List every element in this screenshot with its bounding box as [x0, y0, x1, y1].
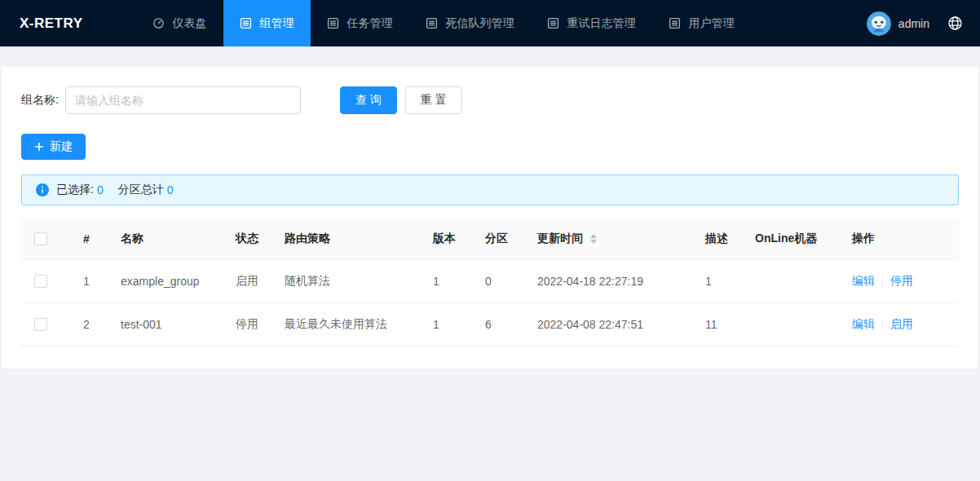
cell-name: example_group: [108, 260, 223, 303]
cell-partition: 6: [472, 303, 524, 346]
brand-logo: X-RETRY: [20, 15, 83, 32]
cell-route: 随机算法: [271, 260, 420, 303]
cell-updated: 2022-04-08 22:47:51: [524, 303, 692, 346]
select-all-checkbox[interactable]: [34, 232, 47, 245]
groups-table: # 名称 状态 路由策略 版本 分区 更新时间 描述 OnLine机器 操作: [21, 218, 959, 346]
nav-label: 用户管理: [689, 16, 735, 31]
cell-desc: 11: [692, 303, 742, 346]
partition-total-label: 分区总计: [118, 183, 164, 197]
username[interactable]: admin: [898, 17, 929, 30]
edit-link[interactable]: 编辑: [852, 274, 875, 287]
row-checkbox[interactable]: [34, 318, 47, 331]
action-divider: [882, 276, 883, 286]
reset-button[interactable]: 重 置: [405, 86, 462, 114]
nav-item-task-management[interactable]: 任务管理: [311, 0, 409, 46]
nav-label: 死信队列管理: [446, 16, 514, 31]
nav-item-dashboard[interactable]: 仪表盘: [136, 0, 223, 46]
filter-bar: 组名称: 查 询 重 置: [21, 86, 959, 114]
nav-label: 仪表盘: [173, 16, 207, 31]
col-status: 状态: [223, 218, 271, 260]
info-icon: [36, 183, 49, 196]
search-button[interactable]: 查 询: [340, 86, 397, 114]
col-updated-label: 更新时间: [537, 232, 583, 246]
globe-icon[interactable]: [947, 15, 963, 31]
nav-item-retry-log[interactable]: 重试日志管理: [531, 0, 652, 46]
col-index: #: [70, 218, 108, 260]
col-online: OnLine机器: [742, 218, 839, 260]
content-card: 组名称: 查 询 重 置 新建 已选择: 0 分区总计 0: [2, 67, 978, 368]
group-name-label: 组名称:: [21, 93, 59, 108]
selected-label: 已选择:: [56, 183, 94, 197]
profile-icon: [426, 17, 438, 29]
selection-alert: 已选择: 0 分区总计 0: [21, 174, 959, 205]
partition-total-count: 0: [167, 183, 174, 196]
cell-action: 编辑启用: [839, 303, 959, 346]
table-header-row: # 名称 状态 路由策略 版本 分区 更新时间 描述 OnLine机器 操作: [21, 218, 959, 260]
sort-icon: [590, 234, 597, 244]
row-checkbox[interactable]: [34, 275, 47, 288]
selected-count: 0: [97, 183, 104, 196]
cell-status: 停用: [223, 303, 271, 346]
cell-online: [742, 260, 839, 303]
top-navbar: X-RETRY 仪表盘 组管理 任务管理: [0, 0, 980, 46]
profile-icon: [547, 17, 559, 29]
nav-label: 组管理: [260, 16, 294, 31]
nav-item-group-management[interactable]: 组管理: [223, 0, 311, 46]
cell-name: test-001: [108, 303, 223, 346]
toggle-status-link[interactable]: 启用: [890, 317, 913, 330]
cell-online: [742, 303, 839, 346]
col-desc: 描述: [692, 218, 742, 260]
toggle-status-link[interactable]: 停用: [890, 274, 913, 287]
profile-icon: [669, 17, 681, 29]
nav-label: 任务管理: [347, 16, 393, 31]
dashboard-icon: [152, 17, 165, 29]
cell-index: 2: [70, 303, 108, 346]
col-route: 路由策略: [271, 218, 420, 260]
new-button-label: 新建: [50, 139, 73, 154]
col-updated-sortable[interactable]: 更新时间: [537, 232, 679, 246]
table-row: 2 test-001 停用 最近最久未使用算法 1 6 2022-04-08 2…: [21, 303, 959, 346]
nav-item-user-management[interactable]: 用户管理: [652, 0, 751, 46]
profile-icon: [240, 17, 252, 29]
main-menu: 仪表盘 组管理 任务管理 死信队列管理: [136, 0, 751, 46]
new-button[interactable]: 新建: [21, 134, 86, 160]
action-divider: [882, 319, 883, 329]
cell-version: 1: [420, 303, 472, 346]
cell-partition: 0: [472, 260, 524, 303]
cell-desc: 1: [692, 260, 742, 303]
edit-link[interactable]: 编辑: [852, 317, 875, 330]
col-version: 版本: [420, 218, 472, 260]
nav-label: 重试日志管理: [567, 16, 636, 31]
user-avatar[interactable]: [867, 11, 891, 36]
group-name-input[interactable]: [65, 86, 301, 114]
cell-version: 1: [420, 260, 472, 303]
navbar-right: admin: [867, 11, 963, 36]
plus-icon: [34, 142, 44, 152]
col-name: 名称: [108, 218, 223, 260]
cell-updated: 2022-04-18 22:27:19: [524, 260, 692, 303]
profile-icon: [327, 17, 339, 29]
cell-route: 最近最久未使用算法: [271, 303, 420, 346]
nav-item-dead-letter-queue[interactable]: 死信队列管理: [409, 0, 531, 46]
cell-action: 编辑停用: [839, 260, 959, 303]
cell-index: 1: [70, 260, 108, 303]
cell-status: 启用: [223, 260, 271, 303]
col-partition: 分区: [472, 218, 524, 260]
col-action: 操作: [839, 218, 959, 260]
table-row: 1 example_group 启用 随机算法 1 0 2022-04-18 2…: [21, 260, 959, 303]
